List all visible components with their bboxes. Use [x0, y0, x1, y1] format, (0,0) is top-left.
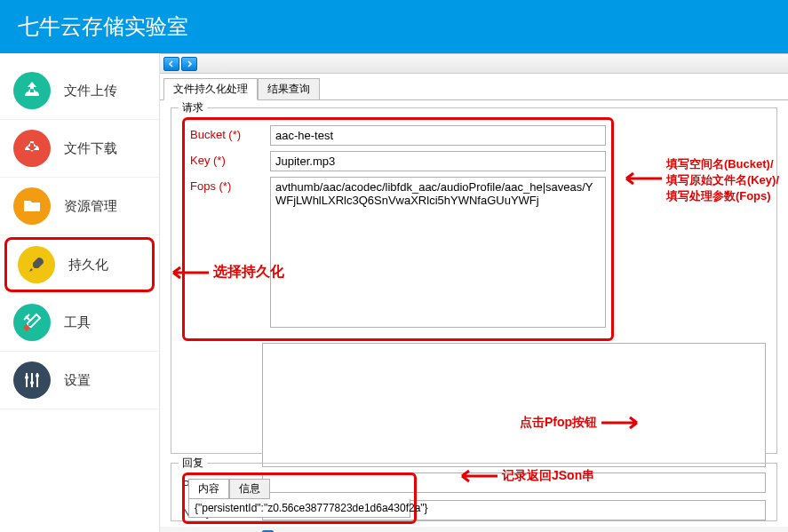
- upload-icon: [13, 72, 51, 109]
- response-tab-info[interactable]: 信息: [229, 479, 270, 499]
- response-tab-content[interactable]: 内容: [188, 479, 229, 499]
- sidebar-item-label: 文件下载: [64, 140, 117, 157]
- arrow-right-icon: [601, 414, 646, 432]
- sidebar-item-label: 持久化: [68, 257, 108, 274]
- fops-extended-input[interactable]: [262, 343, 766, 467]
- back-button[interactable]: [163, 57, 179, 71]
- window-controls: [160, 54, 788, 74]
- fops-input[interactable]: avthumb/aac/acodec/libfdk_aac/audioProfi…: [270, 177, 606, 328]
- annotation-fill-hints: 填写空间名(Bucket)/ 填写原始文件名(Key)/ 填写处理参数(Fops…: [666, 156, 779, 204]
- tab-result-query[interactable]: 结果查询: [258, 78, 320, 100]
- sidebar-item-upload[interactable]: 文件上传: [0, 62, 159, 120]
- forward-button[interactable]: [181, 57, 197, 71]
- sidebar-item-label: 设置: [64, 372, 91, 389]
- annotation-select-persist: 选择持久化: [164, 263, 284, 282]
- sliders-icon: [13, 361, 51, 399]
- sidebar-item-resources[interactable]: 资源管理: [0, 178, 159, 235]
- sidebar-item-label: 文件上传: [64, 83, 117, 99]
- fops-spacer: [182, 343, 253, 345]
- sidebar: 文件上传 文件下载 资源管理 持久化 工具: [0, 53, 160, 532]
- sidebar-item-persist[interactable]: 持久化: [4, 237, 155, 292]
- main-panel: 文件持久化处理 结果查询 请求 Bucket (*) Key (*): [160, 53, 788, 532]
- tools-icon: [13, 304, 51, 341]
- tab-bar: 文件持久化处理 结果查询: [160, 74, 788, 100]
- bucket-label: Bucket (*): [190, 125, 261, 141]
- download-icon: [13, 130, 51, 167]
- title-bar: 七牛云存储实验室: [0, 0, 788, 53]
- required-fields-highlight: Bucket (*) Key (*) Fops (*) avthumb/aac/…: [182, 117, 614, 341]
- sidebar-item-tools[interactable]: 工具: [0, 294, 159, 352]
- svg-point-0: [25, 376, 28, 379]
- key-input[interactable]: [270, 151, 606, 171]
- annotation-record-json: 记录返回JSon串: [453, 467, 594, 485]
- tab-persist-process[interactable]: 文件持久化处理: [163, 78, 258, 100]
- arrow-left-icon: [617, 170, 662, 187]
- response-legend: 回复: [179, 456, 207, 471]
- arrow-left-icon: [453, 467, 497, 485]
- key-label: Key (*): [190, 151, 261, 167]
- request-legend: 请求: [179, 100, 207, 115]
- svg-point-2: [36, 374, 39, 377]
- force-label: Force: [182, 528, 253, 532]
- response-content: {"persistentId":"z0.56ce38777823de1d6a43…: [188, 499, 410, 518]
- folder-icon: [13, 187, 51, 225]
- svg-point-1: [30, 381, 34, 385]
- bucket-input[interactable]: [270, 125, 606, 146]
- response-highlight: 内容 信息 {"persistentId":"z0.56ce38777823de…: [182, 472, 417, 524]
- arrow-left-icon: [164, 264, 209, 282]
- app-title: 七牛云存储实验室: [18, 12, 188, 41]
- sidebar-item-download[interactable]: 文件下载: [0, 120, 159, 178]
- rocket-icon: [18, 246, 55, 283]
- annotation-click-pfop: 点击Pfop按钮: [520, 414, 646, 432]
- fops-label: Fops (*): [190, 177, 261, 193]
- sidebar-item-label: 工具: [64, 314, 91, 331]
- sidebar-item-settings[interactable]: 设置: [0, 352, 159, 409]
- sidebar-item-label: 资源管理: [64, 198, 117, 215]
